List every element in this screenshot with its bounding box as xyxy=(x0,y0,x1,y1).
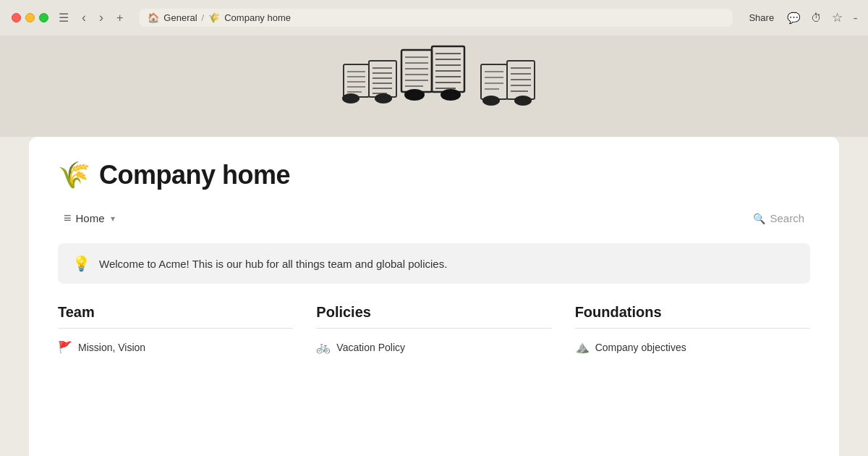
banner-illustration xyxy=(318,43,550,130)
address-bar[interactable]: 🏠 General / 🌾 Company home xyxy=(139,9,733,27)
toolbar: Home ▾ Search xyxy=(58,208,810,229)
section-divider-foundations xyxy=(575,328,810,329)
browser-actions: Share xyxy=(746,10,856,25)
banner-svg xyxy=(318,43,550,130)
section-title-foundations: Foundations xyxy=(575,304,810,321)
back-button[interactable] xyxy=(79,9,89,27)
section-policies: Policies 🚲 Vacation Policy xyxy=(316,304,551,357)
svg-point-43 xyxy=(482,96,500,106)
section-divider-policies xyxy=(316,328,551,329)
list-icon xyxy=(64,211,72,226)
item-label: Mission, Vision xyxy=(78,342,145,353)
section-title-policies: Policies xyxy=(316,304,551,321)
forward-button[interactable] xyxy=(96,9,106,27)
list-item[interactable]: ⛰️ Company objectives xyxy=(575,337,810,357)
search-icon xyxy=(753,212,765,224)
traffic-lights xyxy=(12,13,48,22)
item-label: Company objectives xyxy=(595,342,686,353)
item-label: Vacation Policy xyxy=(336,342,405,353)
home-icon: 🏠 xyxy=(148,12,159,23)
home-nav-label: Home xyxy=(76,212,105,224)
breadcrumb-page: Company home xyxy=(224,12,291,23)
page-title: Company home xyxy=(99,160,290,190)
more-icon[interactable] xyxy=(853,12,856,23)
page-title-row: 🌾 Company home xyxy=(58,160,810,190)
star-icon[interactable] xyxy=(832,10,843,25)
mountain-icon: ⛰️ xyxy=(575,340,590,354)
list-item[interactable]: 🚲 Vacation Policy xyxy=(316,337,551,357)
section-foundations: Foundations ⛰️ Company objectives xyxy=(575,304,810,357)
welcome-banner: 💡 Welcome to Acme! This is our hub for a… xyxy=(58,243,810,284)
page-emoji-breadcrumb: 🌾 xyxy=(208,12,220,23)
clock-icon[interactable] xyxy=(811,12,822,24)
svg-point-44 xyxy=(514,96,532,106)
home-nav-button[interactable]: Home ▾ xyxy=(58,208,121,229)
content-card: 🌾 Company home Home ▾ Search 💡 Welcome t… xyxy=(29,137,839,456)
breadcrumb-separator: / xyxy=(202,12,205,23)
section-team: Team 🚩 Mission, Vision xyxy=(58,304,293,357)
comment-icon[interactable] xyxy=(787,12,801,25)
svg-rect-32 xyxy=(481,64,507,99)
lightbulb-icon: 💡 xyxy=(72,255,90,272)
page-banner xyxy=(0,35,868,137)
svg-point-30 xyxy=(404,89,425,101)
search-bar[interactable]: Search xyxy=(747,209,810,227)
minimize-button[interactable] xyxy=(25,13,35,22)
menu-icon[interactable] xyxy=(56,9,72,26)
breadcrumb-workspace: General xyxy=(163,12,197,23)
sections-grid: Team 🚩 Mission, Vision Policies 🚲 Vacati… xyxy=(58,304,810,357)
list-item[interactable]: 🚩 Mission, Vision xyxy=(58,337,293,357)
maximize-button[interactable] xyxy=(39,13,48,22)
page-emoji: 🌾 xyxy=(58,160,90,190)
close-button[interactable] xyxy=(12,13,21,22)
new-tab-button[interactable] xyxy=(114,10,126,26)
section-divider-team xyxy=(58,328,293,329)
share-button[interactable]: Share xyxy=(746,12,777,23)
main-area: 🌾 Company home Home ▾ Search 💡 Welcome t… xyxy=(0,35,868,456)
svg-point-13 xyxy=(342,93,359,104)
chevron-down-icon: ▾ xyxy=(111,214,115,224)
search-label: Search xyxy=(770,212,804,224)
section-title-team: Team xyxy=(58,304,293,321)
bike-icon: 🚲 xyxy=(316,340,331,354)
svg-point-14 xyxy=(375,93,392,104)
svg-point-31 xyxy=(441,89,461,101)
svg-rect-1 xyxy=(369,61,396,97)
flag-icon: 🚩 xyxy=(58,340,72,354)
welcome-text: Welcome to Acme! This is our hub for all… xyxy=(99,258,447,270)
browser-chrome: 🏠 General / 🌾 Company home Share xyxy=(0,0,868,35)
